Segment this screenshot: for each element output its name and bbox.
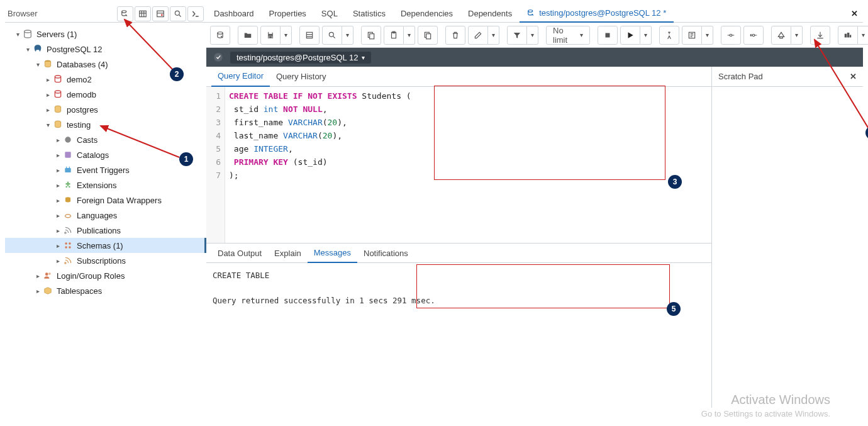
- paste-dropdown[interactable]: ▾: [404, 26, 415, 45]
- scratch-close-button[interactable]: ✕: [850, 72, 857, 81]
- tree-tablespaces[interactable]: ▸Tablespaces: [5, 283, 206, 298]
- tree-languages[interactable]: ▸Languages: [5, 208, 206, 223]
- svg-rect-11: [65, 152, 70, 157]
- svg-rect-2: [157, 11, 164, 16]
- svg-point-21: [48, 272, 51, 275]
- watermark-sub: Go to Settings to activate Windows.: [701, 409, 830, 418]
- tree-catalogs[interactable]: ▸Catalogs: [5, 147, 206, 162]
- top-tabs: Dashboard Properties SQL Statistics Depe…: [206, 5, 863, 23]
- svg-rect-32: [606, 33, 610, 37]
- tree-db-postgres[interactable]: ▸postgres: [5, 102, 206, 117]
- find-button[interactable]: [322, 26, 342, 45]
- tree-label: Foreign Data Wrappers: [77, 196, 162, 205]
- tab-statistics[interactable]: Statistics: [345, 5, 393, 23]
- download-button[interactable]: [810, 26, 830, 45]
- edit2-dropdown[interactable]: ▾: [488, 26, 499, 45]
- edit2-button[interactable]: [468, 26, 488, 45]
- tab-query-editor[interactable]: Query Editor: [211, 67, 270, 87]
- tab-dependencies[interactable]: Dependencies: [393, 5, 460, 23]
- tab-query-label: testing/postgres@PostgreSQL 12 *: [539, 8, 666, 18]
- svg-point-14: [65, 232, 66, 233]
- open-file-button[interactable]: [210, 26, 230, 45]
- event-triggers-icon: [63, 165, 73, 175]
- tree-label: Event Triggers: [77, 165, 130, 175]
- tree-label: Login/Group Roles: [57, 271, 125, 281]
- tree-label: PostgreSQL 12: [47, 45, 102, 54]
- execute-dropdown[interactable]: ▾: [640, 26, 652, 45]
- svg-rect-31: [426, 33, 431, 38]
- svg-point-18: [69, 246, 71, 249]
- tree-postgresql[interactable]: ▾PostgreSQL 12: [5, 42, 206, 57]
- query-tool-button[interactable]: [117, 6, 133, 21]
- tab-data-output[interactable]: Data Output: [211, 243, 268, 263]
- tree-fdw[interactable]: ▸Foreign Data Wrappers: [5, 193, 206, 208]
- tab-sql[interactable]: SQL: [314, 5, 345, 23]
- tree-schemas[interactable]: ▸Schemas (1): [5, 238, 206, 253]
- tree-label: Languages: [77, 211, 117, 220]
- tab-close-button[interactable]: ✕: [846, 9, 863, 18]
- svg-point-25: [329, 32, 333, 36]
- tab-query-tool[interactable]: testing/postgres@PostgreSQL 12 *: [520, 5, 674, 23]
- explain-dropdown[interactable]: ▾: [702, 26, 713, 45]
- explain-analyze-button[interactable]: [682, 26, 702, 45]
- tab-explain[interactable]: Explain: [268, 243, 308, 263]
- tree-event-triggers[interactable]: ▸Event Triggers: [5, 162, 206, 177]
- view-data-button[interactable]: [135, 6, 151, 21]
- filter-button[interactable]: [507, 26, 527, 45]
- filter-rows-button[interactable]: [152, 6, 169, 21]
- line-gutter: 1234567: [206, 87, 225, 243]
- filter-dropdown[interactable]: ▾: [527, 26, 538, 45]
- database-group-icon: [43, 59, 53, 69]
- copy-button[interactable]: [361, 26, 381, 45]
- macros-button[interactable]: [838, 26, 858, 45]
- folder-open-button[interactable]: [238, 26, 258, 45]
- tree-db-demodb[interactable]: ▸demodb: [5, 87, 206, 102]
- svg-rect-36: [845, 33, 847, 37]
- annotation-3: 3: [668, 175, 682, 189]
- tree-login-roles[interactable]: ▸Login/Group Roles: [5, 268, 206, 283]
- clear-button[interactable]: [771, 26, 791, 45]
- schemas-icon: [63, 240, 73, 250]
- edit-button[interactable]: [299, 26, 320, 45]
- tree-casts[interactable]: ▸Casts: [5, 132, 206, 147]
- connection-status-icon[interactable]: [211, 50, 225, 64]
- execute-button[interactable]: [620, 26, 640, 45]
- limit-label: No limit: [553, 26, 567, 45]
- tab-dashboard[interactable]: Dashboard: [206, 5, 262, 23]
- tab-query-history[interactable]: Query History: [270, 67, 332, 87]
- clear-dropdown[interactable]: ▾: [791, 26, 803, 45]
- tab-messages[interactable]: Messages: [308, 243, 357, 263]
- tree-extensions[interactable]: ▸Extensions: [5, 177, 206, 193]
- tree-label: Publications: [77, 226, 121, 235]
- annotation-1: 1: [179, 152, 193, 166]
- copy-result-button[interactable]: [418, 26, 438, 45]
- limit-dropdown[interactable]: No limit▾: [546, 26, 590, 45]
- stop-button[interactable]: [598, 26, 618, 45]
- tree-db-testing[interactable]: ▾testing: [5, 117, 206, 132]
- tablespaces-icon: [43, 286, 53, 296]
- find-dropdown[interactable]: ▾: [342, 26, 353, 45]
- browser-header: Browser: [5, 5, 206, 23]
- save-button[interactable]: [260, 26, 281, 45]
- tab-notifications[interactable]: Notifications: [357, 243, 415, 263]
- tree-subscriptions[interactable]: ▸Subscriptions: [5, 253, 206, 268]
- svg-rect-27: [370, 33, 374, 38]
- annotation-box-5: [416, 264, 670, 308]
- rollback-button[interactable]: [743, 26, 764, 45]
- psql-tool-button[interactable]: [187, 6, 204, 21]
- tab-properties[interactable]: Properties: [262, 5, 314, 23]
- commit-button[interactable]: [721, 26, 741, 45]
- tree-label: Databases (4): [57, 60, 108, 69]
- save-dropdown[interactable]: ▾: [281, 26, 292, 45]
- tab-dependents[interactable]: Dependents: [460, 5, 520, 23]
- casts-icon: [63, 135, 73, 145]
- explain-button[interactable]: [659, 26, 679, 45]
- delete-button[interactable]: [445, 26, 465, 45]
- search-objects-button[interactable]: [170, 6, 186, 21]
- paste-button[interactable]: [384, 26, 404, 45]
- macros-dropdown[interactable]: ▾: [858, 26, 868, 45]
- connection-selector[interactable]: testing/postgres@PostgreSQL 12▾: [230, 52, 371, 64]
- tree-publications[interactable]: ▸Publications: [5, 223, 206, 238]
- tree-servers[interactable]: ▾Servers (1): [5, 26, 206, 42]
- publications-icon: [63, 225, 73, 235]
